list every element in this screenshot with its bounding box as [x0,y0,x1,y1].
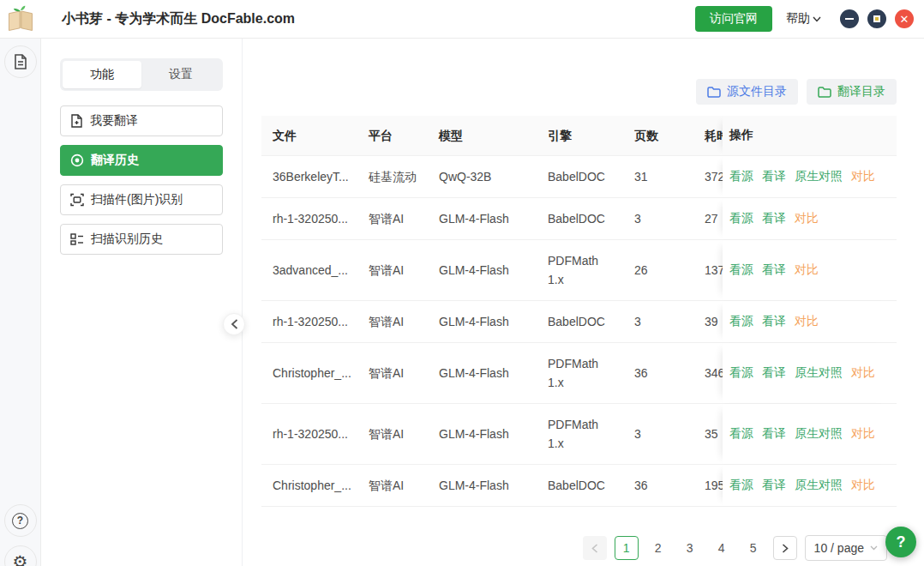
cell-file: 3advanced_... [261,250,357,291]
row-actions: 看源看译对比 [723,240,897,300]
action-link[interactable]: 看源 [729,211,753,226]
page-button-4[interactable]: 4 [710,536,734,560]
cell-pages: 3 [623,413,693,455]
action-link[interactable]: 对比 [851,478,875,493]
sidebar-item-scan-ocr[interactable]: 扫描件(图片)识别 [60,184,223,215]
target-icon [70,154,84,167]
sidebar-item-scan-history[interactable]: 扫描识别历史 [60,224,223,255]
help-menu[interactable]: 帮助 [786,11,821,27]
cell-platform: 智谱AI [357,301,428,342]
app-window: 小书芽 - 专为学术而生 DocFable.com 访问官网 帮助 ✕ [0,0,924,566]
action-link[interactable]: 看源 [729,314,753,329]
row-actions: 看源看译原生对照对比 [723,156,897,197]
directory-buttons: 源文件目录 翻译目录 [243,79,897,105]
source-dir-button[interactable]: 源文件目录 [696,79,798,105]
cell-pages: 36 [623,352,693,394]
chevron-down-icon [870,545,878,551]
close-button[interactable]: ✕ [895,9,914,28]
minimize-button[interactable] [840,9,859,28]
tab-settings[interactable]: 设置 [141,61,220,88]
table-row: Christopher_...智谱AIGLM-4-FlashBabelDOC36… [261,465,897,507]
row-actions: 看源看译原生对照对比 [723,465,897,506]
row-actions: 看源看译原生对照对比 [723,343,897,403]
action-link[interactable]: 看源 [729,426,753,442]
icon-rail: ? ⚙ [0,39,41,566]
action-link[interactable]: 看源 [729,169,753,184]
table-row: 36BerkeleyT...硅基流动QwQ-32BBabelDOC31372看源… [261,156,897,198]
table-row: rh-1-320250...智谱AIGLM-4-FlashPDFMath 1.x… [261,404,897,465]
action-link[interactable]: 对比 [795,262,819,278]
action-link[interactable]: 看源 [729,365,753,381]
help-fab-button[interactable]: ? [885,527,916,557]
cell-model: GLM-4-Flash [428,352,537,394]
action-link[interactable]: 看译 [762,262,786,278]
sidebar-item-label: 我要翻译 [90,113,138,129]
sidebar-item-label: 翻译历史 [91,153,139,168]
action-link[interactable]: 看源 [729,262,753,278]
document-icon[interactable] [4,45,37,78]
page-button-5[interactable]: 5 [741,536,765,560]
page-title: 小书芽 - 专为学术而生 DocFable.com [62,10,295,28]
help-circle-icon[interactable]: ? [4,504,37,537]
next-page-button[interactable] [773,536,797,560]
action-link[interactable]: 看源 [729,478,753,493]
action-link[interactable]: 原生对照 [795,365,843,381]
cell-platform: 智谱AI [357,413,428,455]
cell-file: 36BerkeleyT... [261,156,357,197]
action-link[interactable]: 原生对照 [795,169,843,184]
cell-platform: 智谱AI [357,352,428,394]
cell-file: rh-1-320250... [261,198,357,239]
trans-dir-label: 翻译目录 [837,84,885,99]
visit-site-button[interactable]: 访问官网 [695,6,772,32]
cell-pages: 26 [623,250,693,291]
app-logo-icon [0,3,41,34]
action-link[interactable]: 对比 [851,365,875,381]
chevron-left-icon [591,544,598,553]
page-button-1[interactable]: 1 [615,536,639,560]
cell-engine: PDFMath 1.x [537,404,623,464]
tab-functions[interactable]: 功能 [63,61,141,88]
maximize-button[interactable] [867,9,886,28]
action-link[interactable]: 看译 [762,426,786,442]
action-link[interactable]: 看译 [762,365,786,381]
main-content: 源文件目录 翻译目录 文件 平台 模型 引擎 页数 耗时 操作 36Berkel… [243,39,924,566]
action-link[interactable]: 原生对照 [795,478,843,493]
history-table: 文件 平台 模型 引擎 页数 耗时 操作 36BerkeleyT...硅基流动Q… [261,116,897,507]
source-dir-label: 源文件目录 [727,84,787,99]
cell-file: rh-1-320250... [261,301,357,342]
cell-engine: BabelDOC [537,301,623,342]
sidebar-item-history[interactable]: 翻译历史 [60,145,223,176]
page-button-2[interactable]: 2 [646,536,670,560]
cell-pages: 31 [623,156,693,197]
table-row: 3advanced_...智谱AIGLM-4-FlashPDFMath 1.x2… [261,240,897,301]
action-link[interactable]: 看译 [762,211,786,226]
cell-engine: BabelDOC [537,465,623,506]
action-link[interactable]: 对比 [851,426,875,442]
action-link[interactable]: 原生对照 [795,426,843,442]
chevron-left-icon [231,319,238,329]
action-link[interactable]: 对比 [795,211,819,226]
settings-gear-icon[interactable]: ⚙ [4,545,37,566]
cell-model: QwQ-32B [428,156,537,197]
cell-platform: 智谱AI [357,250,428,291]
page-button-3[interactable]: 3 [678,536,702,560]
sidebar-item-translate[interactable]: 我要翻译 [60,105,223,136]
action-link[interactable]: 看译 [762,314,786,329]
action-link[interactable]: 看译 [762,169,786,184]
table-header-row: 文件 平台 模型 引擎 页数 耗时 操作 [261,116,897,156]
row-actions: 看源看译原生对照对比 [723,404,897,464]
action-link[interactable]: 看译 [762,478,786,493]
cell-model: GLM-4-Flash [428,465,537,506]
collapse-sidebar-button[interactable] [223,313,245,335]
translated-dir-button[interactable]: 翻译目录 [807,79,897,105]
page-size-select[interactable]: 10 / page [805,535,887,561]
help-label: 帮助 [786,11,810,27]
app-header: 小书芽 - 专为学术而生 DocFable.com 访问官网 帮助 ✕ [0,0,924,39]
table-row: rh-1-320250...智谱AIGLM-4-FlashBabelDOC327… [261,198,897,240]
action-link[interactable]: 对比 [795,314,819,329]
action-link[interactable]: 对比 [851,169,875,184]
cell-engine: BabelDOC [537,156,623,197]
table-row: rh-1-320250...智谱AIGLM-4-FlashBabelDOC339… [261,301,897,343]
column-header-engine: 引擎 [537,126,623,145]
prev-page-button[interactable] [583,536,607,560]
